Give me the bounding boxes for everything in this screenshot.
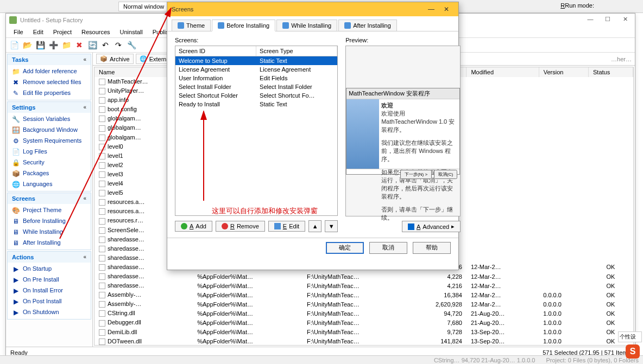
task-after-installing[interactable]: 🖥After Installing — [10, 238, 89, 248]
col-status[interactable]: Status — [589, 67, 633, 77]
screens-list[interactable]: Screen ID Screen Type Welcome to SetupSt… — [175, 46, 338, 216]
tab-after-installing[interactable]: After Installing — [338, 20, 397, 31]
menu-file[interactable]: File — [9, 28, 28, 36]
task-remove-selected-files[interactable]: ✖Remove selected files — [10, 77, 89, 88]
task-system-requirements[interactable]: ⚙System Requirements — [10, 136, 89, 146]
help-button[interactable]: 帮助 — [413, 242, 451, 254]
task-log-files[interactable]: 📄Log Files — [10, 146, 89, 157]
dialog-tabs: ThemeBefore InstallingWhile InstallingAf… — [167, 16, 458, 31]
file-row[interactable]: CString.dll%AppFolder%\Mat…F:\UnityMathT… — [94, 309, 633, 318]
file-row[interactable]: Debugger.dll%AppFolder%\Mat…F:\UnityMath… — [94, 318, 633, 327]
dialog-title: Screens — [172, 6, 193, 12]
status-ready: Ready — [10, 349, 28, 356]
task-on-shutdown[interactable]: ▶On Shutdown — [10, 307, 89, 318]
col-version[interactable]: Version — [539, 67, 588, 77]
run-mode-label: RRun mode: — [560, 2, 594, 9]
cancel-button[interactable]: 取消 — [369, 242, 407, 254]
edit-icon — [274, 223, 281, 229]
file-row[interactable]: Assembly-…%AppFolder%\Mat…F:\UnityMathTe… — [94, 290, 633, 299]
screen-row[interactable]: User InformationEdit Fields — [175, 74, 337, 82]
remove-button[interactable]: RRemove — [216, 221, 265, 232]
task-on-startup[interactable]: ▶On Startup — [10, 264, 89, 274]
file-row[interactable]: Assembly-…%AppFolder%\Mat…F:\UnityMathTe… — [94, 299, 633, 309]
maximize-button[interactable]: ☐ — [600, 16, 615, 24]
save-icon[interactable]: 💾 — [34, 39, 46, 51]
screen-row[interactable]: Select Shortcut FolderSelect Shortcut Fo… — [175, 91, 337, 100]
task-while-installing[interactable]: 🖥While Installing — [10, 227, 89, 238]
col-modified[interactable]: Modified — [467, 67, 539, 77]
archive-tab[interactable]: 📦 Archive — [96, 54, 134, 64]
task-edit-file-properties[interactable]: ✎Edit file properties — [10, 88, 89, 99]
preview-sidebar — [346, 99, 379, 169]
ghost-statusbar: CString… 94,720 21-Aug-20… 1.0.0.0 Proje… — [0, 355, 643, 364]
app-icon — [9, 16, 17, 24]
tab-while-installing[interactable]: While Installing — [276, 20, 337, 31]
task-languages[interactable]: 🌐Languages — [10, 179, 89, 190]
preview-box: MathTeacherWindow 安装程序 欢迎 欢迎使用 MathTeach… — [345, 46, 461, 216]
screens-label: Screens: — [175, 37, 338, 43]
file-row[interactable]: DOTween.dll%AppFolder%\Mat…F:\UnityMathT… — [94, 337, 633, 346]
menu-edit[interactable]: Edit — [29, 28, 48, 36]
ok-button[interactable]: 确定 — [326, 242, 364, 254]
preview-window: MathTeacherWindow 安装程序 欢迎 欢迎使用 MathTeach… — [346, 88, 460, 175]
task-session-variables[interactable]: 🔧Session Variables — [10, 114, 89, 125]
tab-before-installing[interactable]: Before Installing — [212, 20, 275, 31]
open-icon[interactable]: 📂 — [21, 39, 33, 51]
screen-row[interactable]: License AgreementLicense Agreement — [175, 65, 337, 74]
menu-project[interactable]: Project — [49, 28, 76, 36]
advanced-icon — [408, 223, 414, 230]
panel-actions[interactable]: Actions« — [8, 252, 91, 263]
move-down-button[interactable]: ▼ — [325, 220, 338, 232]
path-label: …her… — [611, 56, 632, 62]
preview-title: MathTeacherWindow 安装程序 — [346, 88, 459, 99]
task-background-window[interactable]: 🪟Background Window — [10, 125, 89, 136]
remove-icon[interactable]: ✖ — [73, 39, 85, 51]
panel-settings[interactable]: Settings« — [8, 102, 91, 113]
task-add-folder-reference[interactable]: 📁Add folder reference — [10, 66, 89, 77]
file-row[interactable]: DemiLib.dll%AppFolder%\Mat…F:\UnityMathT… — [94, 328, 633, 337]
screen-row[interactable]: Ready to InstallStatic Text — [175, 100, 337, 108]
col-screen-id: Screen ID — [175, 46, 256, 56]
sidebar: Tasks«📁Add folder reference✖Remove selec… — [6, 53, 93, 347]
task-security[interactable]: 🔒Security — [10, 157, 89, 168]
refresh-icon[interactable]: 🔄 — [86, 39, 98, 51]
add-folder-icon[interactable]: 📁 — [60, 39, 72, 51]
side-logo[interactable]: S — [626, 344, 640, 359]
menu-resources[interactable]: Resources — [77, 28, 115, 36]
screen-row[interactable]: Select Install FolderSelect Install Fold… — [175, 82, 337, 91]
undo-icon[interactable]: ↶ — [99, 39, 111, 51]
dialog-titlebar[interactable]: Screens — ✕ — [167, 2, 458, 16]
preview-content: 欢迎 欢迎使用 MathTeacherWindow 1.0 安装程序。 我们建议… — [379, 99, 459, 169]
add-icon[interactable]: ➕ — [47, 39, 59, 51]
close-button[interactable]: ✕ — [617, 16, 633, 24]
file-row[interactable]: sharedasse…%AppFolder%\Mat…F:\UnityMathT… — [94, 272, 633, 281]
dialog-close-button[interactable]: ✕ — [439, 5, 454, 13]
dialog-minimize-button[interactable]: — — [424, 5, 439, 13]
tab-theme[interactable]: Theme — [172, 20, 211, 31]
status-selection: 571 Selected (271.95 | 571 Items — [543, 349, 631, 356]
redo-icon[interactable]: ↷ — [112, 39, 124, 51]
panel-tasks[interactable]: Tasks« — [8, 54, 91, 65]
task-on-pre-install[interactable]: ▶On Pre Install — [10, 274, 89, 285]
move-up-button[interactable]: ▲ — [308, 220, 322, 232]
app-title: Untitled - Setup Factory — [20, 17, 83, 23]
task-packages[interactable]: 📦Packages — [10, 168, 89, 179]
minimize-button[interactable]: — — [583, 16, 598, 24]
task-project-theme[interactable]: 🎨Project Theme — [10, 205, 89, 216]
advanced-button[interactable]: AAdvanced ▸ — [402, 221, 461, 232]
edit-button[interactable]: EEdit — [268, 221, 305, 232]
col-screen-type: Screen Type — [256, 46, 337, 56]
task-before-installing[interactable]: 🖥Before Installing — [10, 216, 89, 227]
file-row[interactable]: sharedasse…%AppFolder%\Mat…F:\UnityMathT… — [94, 281, 633, 290]
preview-cancel-button: 取消(C) — [434, 170, 457, 179]
task-on-post-install[interactable]: ▶On Post Install — [10, 296, 89, 307]
side-badge[interactable]: 个性设 — [618, 331, 642, 342]
add-icon — [181, 223, 187, 229]
task-on-install-error[interactable]: ▶On Install Error — [10, 285, 89, 296]
add-button[interactable]: AAdd — [175, 221, 212, 232]
new-icon[interactable]: 📄 — [8, 39, 20, 51]
prefs-icon[interactable]: 🔧 — [125, 39, 137, 51]
screen-row[interactable]: Welcome to SetupStatic Text — [175, 56, 337, 65]
menu-uninstall[interactable]: Uninstall — [116, 28, 147, 36]
panel-screens[interactable]: Screens« — [8, 193, 91, 204]
